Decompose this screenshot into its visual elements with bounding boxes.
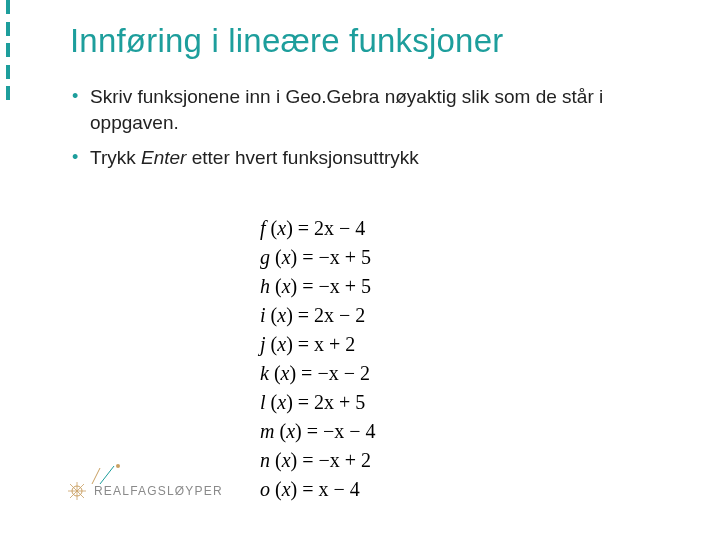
equation: k (x) = −x − 2 [260, 360, 376, 387]
equation: g (x) = −x + 5 [260, 244, 376, 271]
slide: Innføring i lineære funksjoner Skriv fun… [0, 0, 720, 540]
equation: j (x) = x + 2 [260, 331, 376, 358]
bullet-text: Skriv funksjonene inn i Geo.Gebra nøyakt… [90, 86, 603, 133]
equation: l (x) = 2x + 5 [260, 389, 376, 416]
svg-line-5 [92, 468, 100, 484]
equation-list: f (x) = 2x − 4 g (x) = −x + 5 h (x) = −x… [260, 215, 376, 505]
equation: i (x) = 2x − 2 [260, 302, 376, 329]
footer-logo: REALFAGSLØYPER [68, 482, 223, 500]
bullet-emphasis: Enter [141, 147, 186, 168]
equation: o (x) = x − 4 [260, 476, 376, 503]
slide-content: Innføring i lineære funksjoner Skriv fun… [70, 22, 680, 181]
svg-point-7 [116, 464, 120, 468]
bullet-item: Skriv funksjonene inn i Geo.Gebra nøyakt… [70, 84, 680, 135]
equation: f (x) = 2x − 4 [260, 215, 376, 242]
equation: n (x) = −x + 2 [260, 447, 376, 474]
logo-lines-icon [90, 464, 124, 486]
bullet-text: Trykk [90, 147, 141, 168]
left-accent [6, 0, 10, 100]
equation: m (x) = −x − 4 [260, 418, 376, 445]
bullet-item: Trykk Enter etter hvert funksjonsuttrykk [70, 145, 680, 171]
logo-text: REALFAGSLØYPER [94, 484, 223, 498]
bullet-list: Skriv funksjonene inn i Geo.Gebra nøyakt… [70, 84, 680, 171]
equation: h (x) = −x + 5 [260, 273, 376, 300]
logo-mark-icon [68, 482, 86, 500]
svg-line-6 [100, 466, 114, 484]
slide-title: Innføring i lineære funksjoner [70, 22, 680, 60]
bullet-text: etter hvert funksjonsuttrykk [186, 147, 418, 168]
